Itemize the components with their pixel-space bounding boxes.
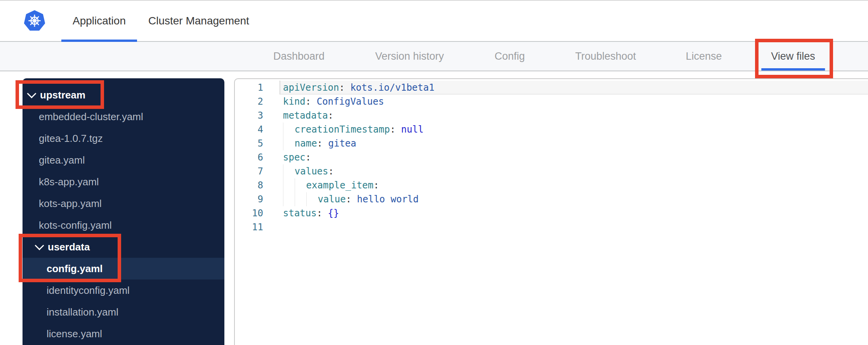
code-token: value — [318, 194, 345, 205]
code-line: 8example_item: — [235, 178, 868, 192]
indent-guide — [283, 178, 295, 192]
subnav-item-dashboard[interactable]: Dashboard — [273, 42, 325, 71]
code-token: {} — [328, 208, 339, 219]
code-content: status: {} — [279, 206, 868, 220]
code-content: metadata: — [279, 109, 868, 122]
code-token: kind — [283, 96, 306, 107]
subnav-item-config[interactable]: Config — [495, 42, 525, 71]
app-tabs: ApplicationCluster Management — [61, 1, 260, 41]
app-tab-application[interactable]: Application — [61, 1, 137, 41]
code-token: : — [328, 110, 333, 121]
code-line: 6spec: — [235, 150, 868, 164]
code-token: : — [306, 96, 317, 107]
indent-guide — [283, 164, 295, 178]
tree-item-label: kots-config.yaml — [39, 219, 112, 231]
code-line: 2kind: ConfigValues — [235, 95, 868, 109]
line-number: 3 — [235, 109, 263, 122]
kubernetes-logo-icon — [23, 9, 46, 33]
code-token: hello world — [357, 194, 419, 205]
indent-guide — [283, 192, 295, 206]
code-token: null — [401, 124, 424, 135]
tree-item-label: kots-app.yaml — [39, 198, 102, 210]
code-token: gitea — [328, 138, 356, 149]
userdata-config-highlight-box — [19, 234, 121, 282]
code-token: : — [373, 180, 379, 191]
tree-item-label: embedded-cluster.yaml — [39, 111, 143, 123]
indent-guide — [283, 136, 295, 150]
code-content: values: — [279, 164, 868, 178]
code-content: spec: — [279, 150, 868, 164]
code-token: : — [339, 82, 351, 93]
tree-file-embedded-cluster.yaml[interactable]: embedded-cluster.yaml — [23, 106, 224, 128]
code-line: 7values: — [235, 164, 868, 178]
code-token: example_item — [306, 180, 373, 191]
indent-guide — [295, 178, 306, 192]
line-number: 8 — [235, 178, 263, 192]
code-token: : — [328, 166, 334, 177]
code-token: : — [390, 124, 401, 135]
code-token: spec — [283, 152, 306, 163]
line-number: 6 — [235, 150, 263, 164]
code-token: name — [295, 138, 317, 149]
tree-item-label: installation.yaml — [47, 306, 118, 318]
code-line: 5name: gitea — [235, 136, 868, 150]
code-line: 3metadata: — [235, 109, 868, 122]
tree-file-license.yaml[interactable]: license.yaml — [23, 323, 224, 345]
code-content: value: hello world — [279, 192, 868, 206]
code-content: example_item: — [279, 178, 868, 192]
indent-guide — [306, 192, 318, 206]
tree-file-kots-config.yaml[interactable]: kots-config.yaml — [23, 214, 224, 236]
code-line: 1apiVersion: kots.io/v1beta1 — [235, 81, 868, 95]
view-files-highlight-box — [755, 39, 833, 78]
tree-file-k8s-app.yaml[interactable]: k8s-app.yaml — [23, 171, 224, 193]
code-line: 11 — [235, 220, 868, 234]
line-number: 11 — [235, 220, 263, 234]
line-number: 10 — [235, 206, 263, 220]
code-token: metadata — [283, 110, 328, 121]
tree-file-kots-app.yaml[interactable]: kots-app.yaml — [23, 193, 224, 214]
code-token: : — [306, 152, 311, 163]
line-number: 5 — [235, 136, 263, 150]
tree-item-label: license.yaml — [47, 328, 102, 340]
code-token: apiVersion — [283, 82, 339, 93]
app-header: ApplicationCluster Management — [0, 1, 868, 42]
code-token: : — [317, 208, 328, 219]
code-content — [279, 220, 868, 234]
code-token: status — [283, 208, 317, 219]
subnav-item-troubleshoot[interactable]: Troubleshoot — [575, 42, 636, 71]
tree-file-identityconfig.yaml[interactable]: identityconfig.yaml — [23, 279, 224, 301]
code-token: : — [317, 138, 328, 149]
line-number: 1 — [235, 81, 263, 95]
tree-file-installation.yaml[interactable]: installation.yaml — [23, 301, 224, 323]
upstream-highlight-box — [16, 80, 104, 109]
code-line: 9value: hello world — [235, 192, 868, 206]
code-token: : — [346, 194, 357, 205]
tree-file-gitea-1.0.7.tgz[interactable]: gitea-1.0.7.tgz — [23, 128, 224, 149]
code-token: creationTimestamp — [295, 124, 390, 135]
indent-guide — [295, 192, 306, 206]
tree-item-label: gitea.yaml — [39, 154, 85, 166]
code-token: kots.io/v1beta1 — [350, 82, 434, 93]
code-token: ConfigValues — [317, 96, 384, 107]
tree-item-label: identityconfig.yaml — [47, 285, 130, 297]
app-subnav: DashboardVersion historyConfigTroublesho… — [0, 42, 868, 71]
app-tab-cluster-management[interactable]: Cluster Management — [137, 1, 260, 41]
tree-item-label: k8s-app.yaml — [39, 176, 99, 188]
kots-admin-console: ApplicationCluster Management DashboardV… — [0, 0, 868, 345]
line-number: 7 — [235, 164, 263, 178]
code-token: values — [295, 166, 328, 177]
indent-guide — [283, 122, 295, 136]
code-line: 10status: {} — [235, 206, 868, 220]
code-content: name: gitea — [279, 136, 868, 150]
subnav-item-license[interactable]: License — [686, 42, 722, 71]
code-line: 4creationTimestamp: null — [235, 122, 868, 136]
tree-file-gitea.yaml[interactable]: gitea.yaml — [23, 149, 224, 171]
tree-item-label: gitea-1.0.7.tgz — [39, 133, 103, 145]
line-number: 2 — [235, 95, 263, 109]
code-content: apiVersion: kots.io/v1beta1 — [279, 81, 868, 95]
subnav-item-version-history[interactable]: Version history — [375, 42, 444, 71]
code-content: creationTimestamp: null — [279, 122, 868, 136]
code-content: kind: ConfigValues — [279, 95, 868, 109]
file-tree-sidebar[interactable]: upstreamembedded-cluster.yamlgitea-1.0.7… — [23, 78, 224, 345]
yaml-file-viewer[interactable]: 1apiVersion: kots.io/v1beta12kind: Confi… — [234, 78, 868, 345]
